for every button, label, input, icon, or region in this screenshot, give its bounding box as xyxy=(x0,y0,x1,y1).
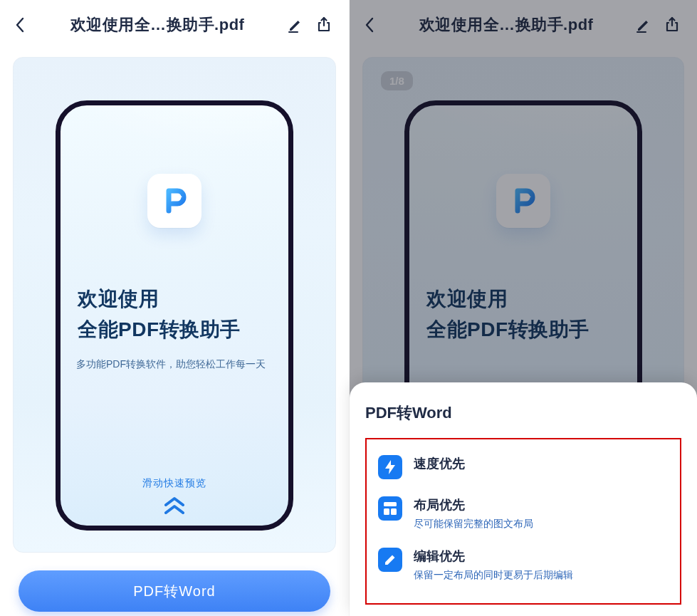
bolt-icon xyxy=(378,455,402,479)
option-edit-first[interactable]: 编辑优先 保留一定布局的同时更易于后期编辑 xyxy=(375,539,671,590)
pdf-to-word-label: PDF转Word xyxy=(133,582,215,601)
pdf-to-word-sheet: PDF转Word 速度优先 布局优先 尽可能保留完整的图文布局 xyxy=(350,382,697,616)
share-icon xyxy=(316,16,332,33)
swipe-hint: 滑动快速预览 xyxy=(142,477,206,518)
option-title: 编辑优先 xyxy=(414,548,573,565)
preview-card: 欢迎使用 全能PDF转换助手 多功能PDF转换软件，助您轻松工作每一天 滑动快速… xyxy=(13,57,336,553)
welcome-title: 欢迎使用 全能PDF转换助手 xyxy=(76,283,273,345)
share-button[interactable] xyxy=(315,16,333,34)
welcome-subtitle: 多功能PDF转换软件，助您轻松工作每一天 xyxy=(76,358,266,371)
option-texts: 布局优先 尽可能保留完整的图文布局 xyxy=(414,496,533,531)
edit-button[interactable] xyxy=(286,16,305,34)
back-button[interactable] xyxy=(13,17,28,33)
p-arrow-logo xyxy=(159,185,190,216)
welcome-line-2: 全能PDF转换助手 xyxy=(78,314,271,345)
phone-mockup: 欢迎使用 全能PDF转换助手 多功能PDF转换软件，助您轻松工作每一天 滑动快速… xyxy=(56,100,293,531)
double-chevron-up-icon xyxy=(142,496,206,518)
screenshot-right: 欢迎使用全…换助手.pdf 欢迎使用 全能PDF转换助手 1/8 xyxy=(349,0,697,616)
option-desc: 保留一定布局的同时更易于后期编辑 xyxy=(414,569,573,582)
option-title: 速度优先 xyxy=(414,455,465,472)
swipe-hint-text: 滑动快速预览 xyxy=(142,477,206,490)
option-texts: 编辑优先 保留一定布局的同时更易于后期编辑 xyxy=(414,548,573,582)
svg-rect-0 xyxy=(384,502,397,506)
conversion-options-box: 速度优先 布局优先 尽可能保留完整的图文布局 编辑优先 保留一定布局的同 xyxy=(365,438,681,605)
page-title: 欢迎使用全…换助手.pdf xyxy=(38,14,276,36)
pdf-to-word-button[interactable]: PDF转Word xyxy=(19,570,330,612)
svg-rect-2 xyxy=(391,508,397,515)
option-layout-first[interactable]: 布局优先 尽可能保留完整的图文布局 xyxy=(375,488,671,539)
welcome-line-1: 欢迎使用 xyxy=(78,283,271,314)
option-texts: 速度优先 xyxy=(414,455,465,472)
screenshot-left: 欢迎使用全…换助手.pdf 欢迎使用 全能PDF转换助手 多功能PDF转换软件，… xyxy=(0,0,349,616)
option-title: 布局优先 xyxy=(414,496,533,513)
layout-icon xyxy=(378,496,402,521)
svg-rect-1 xyxy=(384,508,389,515)
cta-wrap: PDF转Word xyxy=(0,570,349,612)
option-desc: 尽可能保留完整的图文布局 xyxy=(414,518,533,531)
app-icon xyxy=(147,174,201,228)
top-nav: 欢迎使用全…换助手.pdf xyxy=(0,0,349,50)
option-speed-first[interactable]: 速度优先 xyxy=(375,447,671,488)
pencil-icon xyxy=(288,17,303,33)
edit-icon xyxy=(378,548,402,572)
back-icon xyxy=(15,16,26,33)
sheet-title: PDF转Word xyxy=(365,402,681,424)
